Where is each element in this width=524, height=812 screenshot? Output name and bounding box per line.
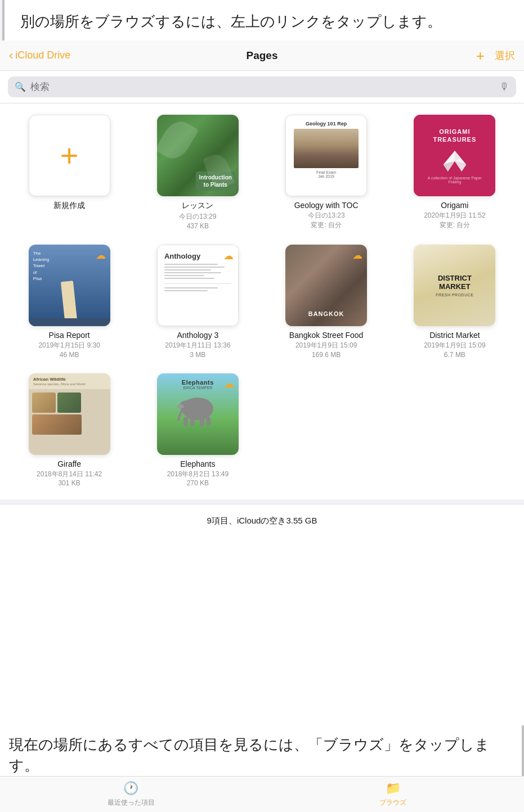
file-meta-pisa: 2019年1月15日 9:3046 MB [38, 341, 100, 360]
file-thumb-new: + [29, 115, 110, 196]
file-item-district[interactable]: DISTRICTMARKET FRESH PRODUCE District Ma… [395, 245, 515, 360]
giraffe-img-2 [57, 393, 81, 413]
empty-space [0, 534, 524, 725]
anthology-doc-title: Anthology [164, 252, 231, 260]
file-thumb-lesson: Introductionto Plants [157, 115, 239, 196]
select-button[interactable]: 選択 [495, 49, 515, 62]
microphone-icon[interactable]: 🎙 [499, 81, 509, 93]
file-name-pisa: Pisa Report [49, 331, 90, 340]
geology-inner: Geology 101 Rep Final ExamJan 2019 [286, 115, 366, 196]
nav-bar: ‹ iCloud Drive Pages + 選択 [0, 40, 524, 71]
file-name-bangkok: Bangkok Street Food [289, 331, 364, 340]
svg-rect-9 [200, 418, 204, 426]
geology-doc-title: Geology 101 Rep [306, 121, 347, 127]
file-item-geology[interactable]: Geology 101 Rep Final ExamJan 2019 Geolo… [266, 115, 387, 231]
file-meta-elephants: 2018年8月2日 13:49270 KB [167, 470, 229, 489]
file-item-origami[interactable]: ORIGAMITREASURES A collection of Japanes… [395, 115, 515, 231]
anthology-line [164, 269, 211, 270]
giraffe-img-1 [32, 393, 56, 413]
file-name-giraffe: Giraffe [57, 459, 81, 468]
giraffe-doc-title: African Wildlife [33, 377, 106, 382]
file-meta-giraffe: 2018年8月14日 11:42301 KB [37, 470, 102, 489]
files-grid: + 新規作成 Introductionto Plants レッスン 今日の13:… [9, 115, 515, 488]
chevron-left-icon: ‹ [9, 48, 13, 63]
pisa-text: TheLeaningTowerofPisa [33, 250, 49, 282]
search-input-wrap: 🔍 🎙 [8, 76, 516, 97]
icloud-status-text: 9項目、iCloudの空き3.55 GB [207, 516, 317, 525]
search-icon: 🔍 [15, 82, 26, 92]
file-thumb-elephants: Elephants ERICA TEMPER ☁ [157, 373, 239, 455]
file-thumb-district: DISTRICTMARKET FRESH PRODUCE [414, 245, 495, 326]
file-meta-lesson: 今日の13:29437 KB [179, 212, 216, 231]
anthology-line [164, 264, 218, 265]
lesson-label: Introductionto Plants [196, 172, 235, 191]
origami-inner: ORIGAMITREASURES A collection of Japanes… [414, 115, 495, 196]
file-item-giraffe[interactable]: African Wildlife Savanna species, Africa… [9, 373, 129, 489]
tab-recent[interactable]: 🕐 最近使った項目 [0, 777, 262, 812]
cloud-download-icon: ☁ [96, 249, 106, 261]
tab-browse[interactable]: 📁 ブラウズ [262, 777, 525, 812]
anthology-line [164, 278, 214, 279]
folder-icon: 📁 [386, 781, 401, 796]
tab-recent-label: 最近使った項目 [108, 798, 155, 808]
file-item-pisa[interactable]: TheLeaningTowerofPisa ☁ Pisa Report 2019… [9, 245, 129, 360]
anthology-line [164, 272, 221, 273]
elephants-doc-author: ERICA TEMPER [183, 386, 212, 390]
icloud-status-bar: 9項目、iCloudの空き3.55 GB [0, 504, 524, 534]
file-thumb-pisa: TheLeaningTowerofPisa ☁ [29, 245, 110, 326]
tab-bar: 🕐 最近使った項目 📁 ブラウズ [0, 776, 524, 812]
origami-subtitle: A collection of Japanese Paper Folding [420, 176, 489, 184]
anthology-divider [164, 283, 231, 284]
file-name-elephants: Elephants [180, 459, 215, 468]
file-meta-bangkok: 2019年1月9日 15:09169.6 MB [295, 341, 357, 360]
file-thumb-anthology: Anthology ☁ [157, 245, 239, 326]
elephants-doc-title: Elephants [182, 379, 214, 386]
file-item-lesson[interactable]: Introductionto Plants レッスン 今日の13:29437 K… [137, 115, 258, 231]
search-bar: 🔍 🎙 [0, 71, 524, 103]
back-button[interactable]: ‹ iCloud Drive [9, 48, 70, 63]
file-thumb-bangkok: BANGKOK ☁ [285, 245, 367, 326]
file-name-origami: Origami [441, 201, 468, 210]
anthology-line [164, 287, 218, 288]
file-thumb-giraffe: African Wildlife Savanna species, Africa… [29, 373, 110, 455]
top-annotation-text: 別の場所をブラウズするには、左上のリンクをタップします。 [20, 13, 442, 30]
file-meta-district: 2019年1月9日 15:096.7 MB [424, 341, 485, 360]
giraffe-images-grid [29, 389, 110, 438]
anthology-lines-2 [164, 287, 231, 291]
tab-browse-label: ブラウズ [379, 798, 406, 808]
svg-rect-7 [183, 417, 188, 426]
cloud-download-icon: ☁ [223, 250, 234, 262]
pisa-ground [29, 318, 110, 326]
file-meta-origami: 2020年1月9日 11:52変更: 自分 [424, 211, 485, 230]
file-item-bangkok[interactable]: BANGKOK ☁ Bangkok Street Food 2019年1月9日 … [266, 245, 387, 360]
giraffe-doc-subtitle: Savanna species, Africa and World [33, 382, 106, 386]
file-name-district: District Market [429, 331, 480, 340]
file-name-anthology: Anthology 3 [177, 331, 218, 340]
file-name-new: 新規作成 [53, 201, 85, 211]
geology-subtitle: Final ExamJan 2019 [316, 170, 336, 178]
top-annotation: 別の場所をブラウズするには、左上のリンクをタップします。 [2, 0, 524, 40]
geology-canyon-image [294, 129, 358, 168]
elephant-silhouette [175, 392, 220, 426]
anthology-line [164, 267, 225, 268]
file-item-elephants[interactable]: Elephants ERICA TEMPER ☁ [137, 373, 258, 489]
back-label: iCloud Drive [15, 49, 70, 61]
anthology-line [164, 290, 208, 291]
file-meta-anthology: 2019年1月11日 13:363 MB [165, 341, 230, 360]
file-item-anthology[interactable]: Anthology ☁ [137, 245, 258, 360]
giraffe-img-3 [32, 414, 82, 435]
clock-icon: 🕐 [123, 781, 138, 796]
file-meta-geology: 今日の13:23変更: 自分 [308, 211, 345, 230]
file-item-new[interactable]: + 新規作成 [9, 115, 129, 231]
district-subtitle: FRESH PRODUCE [436, 293, 473, 297]
anthology-line [164, 275, 204, 276]
file-thumb-origami: ORIGAMITREASURES A collection of Japanes… [414, 115, 495, 196]
anthology-lines [164, 264, 231, 279]
origami-crane-icon [441, 148, 469, 174]
origami-title-text: ORIGAMITREASURES [433, 128, 476, 144]
cloud-download-icon: ☁ [352, 249, 362, 261]
search-input[interactable] [30, 82, 495, 93]
page-title: Pages [247, 49, 278, 62]
file-name-geology: Geology with TOC [294, 201, 359, 210]
add-button[interactable]: + [476, 48, 485, 63]
